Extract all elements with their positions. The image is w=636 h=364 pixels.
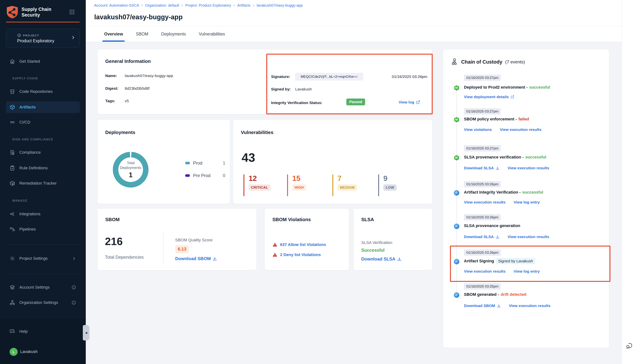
sidebar-divider [6, 274, 80, 274]
download-slsa-link[interactable]: Download SLSA [464, 234, 499, 239]
cube-patch-icon [9, 180, 16, 186]
allow-list-violations-link[interactable]: 637 Allow list Violations [280, 242, 326, 247]
magnifier-icon [454, 292, 459, 298]
integrity-row: Integrity Verification Status: [271, 100, 323, 105]
tab-deployments[interactable]: Deployments [160, 26, 187, 42]
sidebar-item-label: Project Settings [19, 256, 48, 261]
high-count: 15 [292, 174, 329, 182]
sidebar-item-label: Artifacts [19, 105, 36, 110]
download-slsa-link[interactable]: Download SLSA [361, 256, 402, 262]
sidebar-item-label: Remediation Tracker [19, 181, 57, 186]
sbom-card: SBOM 216 Total Dependencies SBOM Quality… [97, 208, 257, 270]
view-violations-link[interactable]: View violations [464, 128, 492, 132]
view-execution-results-link[interactable]: View execution results [464, 269, 506, 274]
low-count: 9 [383, 174, 420, 182]
chevron-right-icon [72, 256, 76, 261]
sidebar-item-organization-settings[interactable]: Organization Settings [6, 297, 80, 308]
event-timestamp: 01/16/2025 03:27pm [464, 108, 501, 114]
breadcrumb-current[interactable]: lavakush07/easy-buggy-app [257, 3, 303, 8]
brand-divider [6, 22, 80, 22]
event-timestamp: 01/16/2025 03:26pm [464, 214, 501, 220]
signature-value-pill: MEQCICde2VjIT...bL+2+mqnOXw== [295, 73, 363, 80]
sbom-quality-label: SBOM Quality Score [175, 238, 213, 242]
event-title-row: SBOM policy enforcement - failed [464, 116, 529, 122]
view-execution-results-link[interactable]: View execution results [464, 200, 506, 204]
view-log-link[interactable]: View log [399, 100, 420, 104]
chain-events-count: (7 events) [505, 60, 525, 64]
view-log-entry-link[interactable]: View log entry [514, 200, 540, 204]
deployments-donut-chart: Total Deployments 1 [113, 152, 149, 188]
tab-vulnerabilities[interactable]: Vulnerabilities [198, 26, 226, 42]
sidebar-item-account-settings[interactable]: Account Settings [6, 282, 80, 293]
slsa-card: SLSA SLSA Verification Successful Downlo… [353, 208, 433, 270]
event-title-row: SLSA provenance verification - successfu… [464, 154, 546, 160]
sidebar-item-code-repositories[interactable]: Code Repositories [6, 86, 80, 97]
deny-list-violations-link[interactable]: 2 Deny list Violations [280, 252, 321, 257]
sidebar-item-integrations[interactable]: Integrations [6, 209, 80, 219]
event-links: View deployment details [464, 94, 514, 99]
sbom-violations-card: SBOM Violations 637 Allow list Violation… [264, 208, 349, 270]
cube-icon [9, 104, 16, 110]
view-execution-results-link[interactable]: View execution results [508, 234, 549, 239]
magnifier-icon [454, 190, 459, 196]
sidebar-item-label: Compliance [19, 150, 41, 155]
sidebar-item-cicd[interactable]: CI/CD [6, 117, 80, 128]
signed-by-badge: Signed by Lavakush [496, 258, 535, 264]
download-slsa-link[interactable]: Download SLSA [464, 166, 499, 170]
medium-count: 7 [338, 174, 374, 182]
digest-label: Digest: [105, 86, 120, 91]
view-execution-results-link[interactable]: View execution results [508, 166, 549, 170]
sidebar-item-help[interactable]: ? Help [6, 326, 80, 337]
prod-swatch [185, 162, 190, 164]
download-sbom-link[interactable]: Download SBOM [175, 256, 217, 261]
signed-by-value: Lavakush [295, 87, 312, 91]
breadcrumb-artifacts[interactable]: Artifacts [237, 3, 250, 8]
breadcrumb-separator: › [233, 3, 235, 8]
tab-overview[interactable]: Overview [103, 26, 124, 42]
tab-sbom[interactable]: SBOM [135, 26, 149, 42]
pre-prod-swatch [185, 174, 190, 177]
document-search-icon [9, 149, 16, 156]
external-link-icon [511, 95, 514, 99]
sidebar-collapse-handle[interactable]: ◀ [83, 325, 89, 340]
sidebar-item-get-started[interactable]: Get Started [6, 56, 80, 67]
house-icon [9, 58, 16, 64]
avatar[interactable]: L [10, 348, 18, 356]
view-execution-results-link[interactable]: View execution results [500, 128, 541, 132]
svg-text:?: ? [12, 330, 13, 332]
view-execution-results-link[interactable]: View execution results [509, 304, 550, 308]
event-title-row: Deployed to Prod2 environment - successf… [464, 84, 550, 90]
sbom-divider [163, 232, 164, 264]
integrity-label: Integrity Verification Status: [271, 100, 323, 105]
right-rail [622, 0, 636, 364]
org-chart-icon [9, 300, 16, 306]
feedback-chat-icon[interactable] [625, 342, 633, 350]
event-timestamp: 01/16/2025 03:27pm [464, 145, 501, 152]
severity-low: 9 LOW [378, 174, 420, 196]
download-sbom-link[interactable]: Download SBOM [464, 304, 501, 308]
legend-value: 0 [223, 173, 225, 178]
view-deployment-details-link[interactable]: View deployment details [464, 95, 514, 99]
chevron-right-icon [71, 35, 76, 40]
card-title: SBOM Violations [272, 217, 311, 222]
apps-grid-icon[interactable] [69, 9, 75, 15]
sidebar-item-compliance[interactable]: Compliance [6, 147, 80, 158]
breadcrumb-account[interactable]: Account: Automation-SSCA [94, 3, 139, 8]
download-icon [496, 166, 499, 170]
sidebar-item-pipelines[interactable]: Pipelines [6, 224, 80, 234]
view-log-entry-link[interactable]: View log entry [514, 269, 540, 274]
user-name[interactable]: Lavakush [20, 349, 38, 354]
app-logo-icon [6, 6, 19, 19]
sidebar-item-rule-definitions[interactable]: Rule Definitions [6, 163, 80, 173]
sbom-quality-score: 6.13 [175, 245, 189, 253]
breadcrumb-organization[interactable]: Organization: default [145, 3, 179, 8]
project-value: Product Exploratory [17, 38, 54, 44]
tab-bar: Overview SBOM Deployments Vulnerabilitie… [86, 26, 636, 42]
sidebar-item-project-settings[interactable]: Project Settings [6, 253, 80, 264]
sidebar-item-artifacts[interactable]: Artifacts [6, 101, 80, 113]
vulnerabilities-total: 43 [242, 150, 255, 164]
project-selector[interactable]: PROJECT Product Exploratory [6, 29, 80, 48]
info-icon [71, 300, 76, 305]
breadcrumb-project[interactable]: Project: Product Exploratory [185, 3, 231, 8]
sidebar-item-remediation-tracker[interactable]: Remediation Tracker [6, 178, 80, 188]
